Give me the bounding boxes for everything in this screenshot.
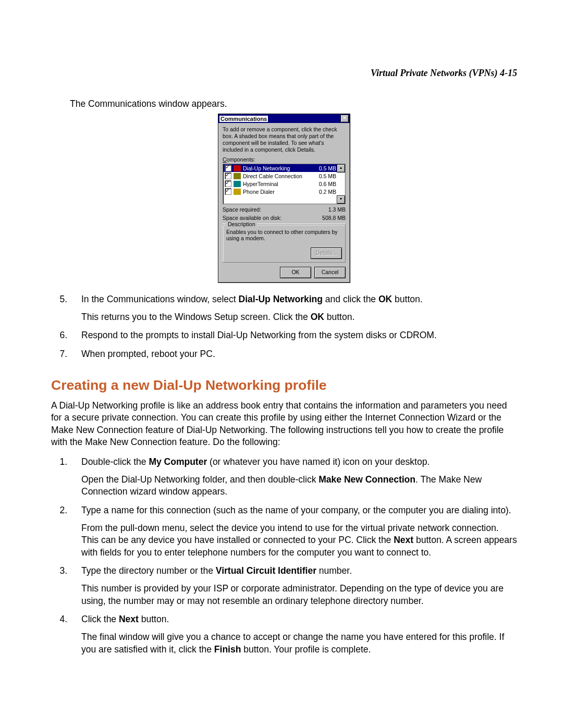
dialog-titlebar: Communications × (218, 114, 350, 123)
component-name: Direct Cable Connection (243, 173, 308, 179)
close-icon[interactable]: × (340, 115, 349, 122)
component-name: HyperTerminal (243, 181, 308, 187)
step-b2: Type a name for this connection (such as… (70, 504, 517, 559)
dialog-intro: To add or remove a component, click the … (223, 126, 346, 153)
communications-dialog: Communications × To add or remove a comp… (218, 114, 350, 283)
checkbox-icon[interactable] (225, 180, 231, 187)
components-listbox[interactable]: Dial-Up Networking 0.5 MB Direct Cable C… (223, 164, 346, 204)
steps-list-b: Double-click the My Computer (or whateve… (51, 456, 517, 656)
component-size: 0.5 MB (310, 173, 344, 179)
step-7: When prompted, reboot your PC. (70, 348, 517, 361)
list-item[interactable]: Phone Dialer 0.2 MB (223, 188, 345, 195)
cable-icon (234, 173, 241, 179)
description-group: Description Enables you to connect to ot… (223, 224, 346, 263)
step-b4: Click the Next button. The final window … (70, 613, 517, 656)
list-item[interactable]: Dial-Up Networking 0.5 MB (223, 164, 345, 172)
checkbox-icon[interactable] (225, 172, 231, 179)
section-heading: Creating a new Dial-Up Networking profil… (51, 377, 517, 393)
step-6: Respond to the prompts to install Dial-U… (70, 329, 517, 342)
terminal-icon (234, 181, 241, 187)
running-head: Virtual Private Networks (VPNs) 4-15 (51, 68, 517, 79)
space-available-label: Space available on disk: (223, 215, 282, 221)
list-item[interactable]: HyperTerminal 0.6 MB (223, 180, 345, 188)
checkbox-icon[interactable] (225, 188, 231, 195)
component-size: 0.6 MB (310, 181, 344, 187)
scroll-up-icon[interactable]: ▴ (337, 164, 345, 172)
component-name: Phone Dialer (243, 189, 308, 195)
space-available-value: 508.8 MB (322, 215, 346, 221)
description-text: Enables you to connect to other computer… (226, 229, 342, 243)
space-required-value: 1.3 MB (328, 206, 346, 213)
ok-button[interactable]: OK (280, 267, 311, 278)
description-legend: Description (226, 221, 257, 227)
components-label: Components: (223, 156, 346, 163)
list-item[interactable]: Direct Cable Connection 0.5 MB (223, 172, 345, 180)
step-b1: Double-click the My Computer (or whateve… (70, 456, 517, 498)
lead-text: The Communications window appears. (70, 98, 517, 109)
details-button: Details... (311, 248, 342, 259)
component-size: 0.2 MB (310, 189, 344, 195)
step-b3: Type the directory number or the Virtual… (70, 565, 517, 607)
steps-list-a: In the Communications window, select Dia… (51, 293, 517, 361)
section-intro: A Dial-Up Networking profile is like an … (51, 400, 517, 449)
scroll-down-icon[interactable]: ▾ (337, 195, 345, 204)
space-required-label: Space required: (223, 206, 261, 213)
dialog-title: Communications (219, 116, 268, 122)
folder-icon (234, 165, 241, 171)
checkbox-icon[interactable] (225, 165, 231, 171)
component-name: Dial-Up Networking (243, 165, 308, 171)
phone-icon (234, 189, 241, 195)
step-5: In the Communications window, select Dia… (70, 293, 517, 323)
cancel-button[interactable]: Cancel (314, 267, 346, 278)
